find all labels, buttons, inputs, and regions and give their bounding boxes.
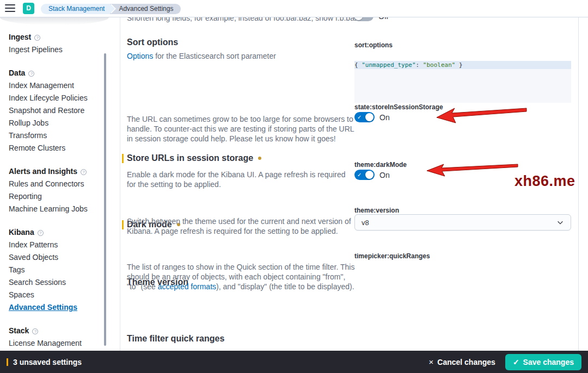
- sidebar-item-transforms[interactable]: Transforms: [9, 129, 120, 142]
- theme-version-value: v8: [362, 219, 556, 227]
- sidebar-section-title: Kibana?: [9, 226, 120, 239]
- sidebar-item-reporting[interactable]: Reporting: [9, 190, 120, 203]
- code-line: { "unmapped_type": "boolean" }: [354, 61, 571, 69]
- field-label-theme-version: theme:version: [354, 207, 399, 214]
- dark-mode-toggle[interactable]: ✓: [354, 170, 375, 180]
- breadcrumb: Stack Management Advanced Settings: [41, 4, 181, 14]
- setting-desc-sort-options: Options for the Elasticsearch sort param…: [127, 51, 356, 61]
- dark-mode-toggle-state: On: [379, 171, 390, 179]
- chevron-down-icon: [556, 219, 564, 226]
- annotation-arrow-store-urls: [435, 107, 529, 124]
- setting-desc-store-urls: The URL can sometimes grow to be too lar…: [127, 114, 356, 144]
- store-urls-toggle[interactable]: ✓: [354, 112, 375, 122]
- setting-title-time-filter: Time filter quick ranges: [127, 333, 579, 344]
- field-label-time-filter: timepicker:quickRanges: [354, 252, 430, 260]
- toggle-check-icon: ✓: [357, 171, 362, 179]
- toggle-check-icon: ✓: [357, 113, 362, 121]
- toggle-off[interactable]: ×: [353, 17, 373, 21]
- setting-desc-time-filter: The list of ranges to show in the Quick …: [127, 262, 356, 291]
- toggle-state-label: Off: [378, 17, 388, 21]
- sidebar: Ingest?Ingest PipelinesData?Index Manage…: [0, 17, 120, 351]
- unsaved-marker: [7, 358, 8, 366]
- check-icon: ✓: [513, 358, 519, 366]
- save-changes-button[interactable]: ✓ Save changes: [505, 354, 581, 370]
- setting-title-sort-options: Sort options: [127, 37, 579, 48]
- store-urls-toggle-state: On: [379, 113, 390, 122]
- app-logo[interactable]: D: [23, 3, 34, 14]
- info-icon: ?: [28, 71, 34, 77]
- sidebar-item-remote-clusters[interactable]: Remote Clusters: [9, 142, 120, 154]
- sidebar-item-advanced-settings[interactable]: Advanced Settings: [9, 301, 120, 314]
- info-icon: ?: [81, 169, 87, 175]
- sidebar-item-rules-and-connectors[interactable]: Rules and Connectors: [9, 178, 120, 190]
- info-icon: ?: [32, 328, 38, 334]
- breadcrumb-stack-management[interactable]: Stack Management: [41, 4, 110, 14]
- store-urls-toggle-row: ✓ On: [354, 112, 390, 122]
- sidebar-item-index-lifecycle-policies[interactable]: Index Lifecycle Policies: [9, 92, 120, 104]
- annotation-arrow-dark-mode: [425, 163, 520, 177]
- sidebar-item-index-management[interactable]: Index Management: [9, 79, 120, 92]
- watermark: xh86.me: [514, 173, 575, 190]
- close-icon: ×: [429, 357, 434, 366]
- sidebar-item-index-patterns[interactable]: Index Patterns: [9, 239, 120, 251]
- setting-desc-dark-mode: Enable a dark mode for the Kibana UI. A …: [127, 170, 356, 189]
- dark-mode-toggle-row: ✓ On: [354, 170, 390, 180]
- sidebar-item-search-sessions[interactable]: Search Sessions: [9, 276, 120, 289]
- sidebar-section-title: Ingest?: [9, 30, 120, 43]
- sidebar-section-title: Alerts and Insights?: [9, 165, 120, 178]
- info-icon: ?: [34, 35, 40, 41]
- page: D Stack Management Advanced Settings Ing…: [0, 0, 588, 373]
- sidebar-item-machine-learning-jobs[interactable]: Machine Learning Jobs: [9, 203, 120, 215]
- clipped-toggle-row: × Off: [353, 17, 388, 21]
- toggle-x-icon: ×: [367, 17, 370, 20]
- sidebar-item-ingest-pipelines[interactable]: Ingest Pipelines: [9, 43, 120, 56]
- options-link[interactable]: Options: [127, 52, 153, 60]
- breadcrumb-advanced-settings[interactable]: Advanced Settings: [108, 4, 181, 14]
- bottom-bar: 3 unsaved settings × Cancel changes ✓ Sa…: [0, 351, 588, 373]
- sidebar-section-title: Stack?: [9, 324, 120, 337]
- setting-title-store-urls: Store URLs in session storage: [127, 153, 579, 164]
- sidebar-item-snapshot-and-restore[interactable]: Snapshot and Restore: [9, 104, 120, 117]
- theme-version-select[interactable]: v8: [354, 214, 571, 231]
- sidebar-item-license-management[interactable]: License Management: [9, 337, 120, 350]
- sidebar-item-saved-objects[interactable]: Saved Objects: [9, 251, 120, 264]
- cancel-changes-button[interactable]: × Cancel changes: [429, 357, 495, 366]
- top-header: D Stack Management Advanced Settings: [0, 0, 588, 17]
- sidebar-item-rollup-jobs[interactable]: Rollup Jobs: [9, 117, 120, 129]
- menu-icon[interactable]: [5, 4, 15, 13]
- clipped-setting-description: Shorten long fields, for example, instea…: [127, 17, 361, 23]
- unsaved-change-bar: [122, 220, 124, 229]
- unsaved-dot-icon: [258, 157, 261, 160]
- unsaved-count-label: 3 unsaved settings: [13, 358, 82, 366]
- sidebar-scrollbar[interactable]: [104, 53, 106, 346]
- sidebar-item-tags[interactable]: Tags: [9, 264, 120, 276]
- accepted-formats-link[interactable]: accepted formats: [158, 282, 216, 291]
- sidebar-section-title: Data?: [9, 66, 120, 79]
- info-icon: ?: [38, 230, 44, 236]
- sort-options-editor[interactable]: { "unmapped_type": "boolean" }: [354, 61, 571, 103]
- page-scrollbar[interactable]: [578, 17, 579, 351]
- field-label-store-urls: state:storeInSessionStorage: [354, 103, 443, 111]
- field-label-dark-mode: theme:darkMode: [354, 161, 407, 169]
- setting-desc-theme-version: Switch between the theme used for the cu…: [127, 216, 356, 236]
- sidebar-nav: Ingest?Ingest PipelinesData?Index Manage…: [9, 30, 120, 350]
- sidebar-item-spaces[interactable]: Spaces: [9, 289, 120, 301]
- unsaved-change-bar: [122, 154, 124, 163]
- settings-panel: Shorten long fields, for example, instea…: [120, 17, 579, 351]
- field-label-sort-options: sort:options: [354, 41, 393, 49]
